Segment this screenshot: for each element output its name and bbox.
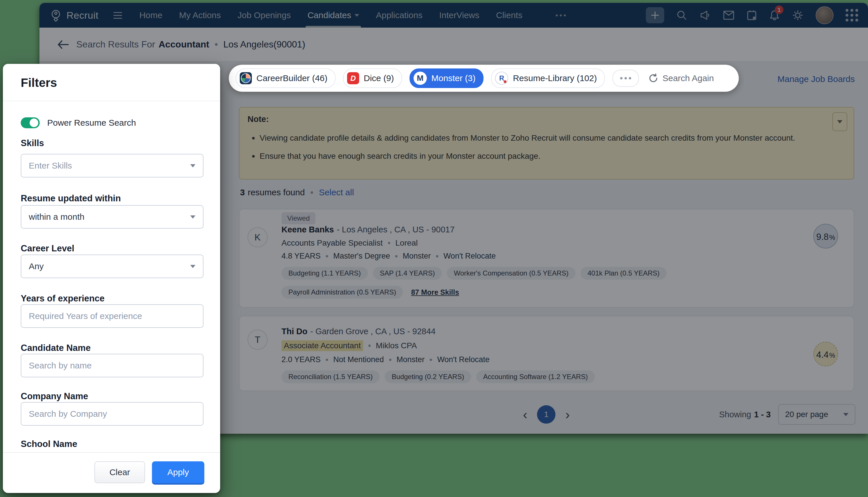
caret-down-icon xyxy=(190,215,195,218)
company-name-label: Company Name xyxy=(21,391,88,401)
clear-button[interactable]: Clear xyxy=(94,462,145,483)
screen: Recruit Home My Actions Job Openings Can… xyxy=(0,0,868,497)
careerbuilder-logo-icon xyxy=(240,72,252,84)
divider xyxy=(3,452,220,453)
refresh-icon xyxy=(648,73,658,83)
board-tab-dice[interactable]: D Dice (9) xyxy=(343,69,402,88)
monster-logo-icon: M xyxy=(414,72,427,85)
board-tab-careerbuilder[interactable]: CareerBuilder (46) xyxy=(236,69,336,88)
filters-panel: Filters Power Resume Search Skills Enter… xyxy=(3,64,220,493)
job-boards-bar: CareerBuilder (46) D Dice (9) M Monster … xyxy=(229,65,739,92)
more-boards-icon[interactable] xyxy=(613,70,639,87)
career-level-select[interactable]: Any xyxy=(21,255,204,278)
company-name-input[interactable] xyxy=(21,402,204,426)
divider xyxy=(3,101,220,101)
years-experience-input[interactable] xyxy=(21,304,204,328)
candidate-name-label: Candidate Name xyxy=(21,343,90,353)
search-again-button[interactable]: Search Again xyxy=(648,73,714,83)
caret-down-icon xyxy=(190,265,195,268)
resume-updated-label: Resume updated within xyxy=(21,193,121,204)
skills-select[interactable]: Enter Skills xyxy=(21,154,204,178)
career-level-label: Career Level xyxy=(21,243,74,254)
skills-label: Skills xyxy=(21,138,44,148)
years-experience-label: Years of experience xyxy=(21,293,104,304)
resume-library-logo-icon: R xyxy=(495,72,508,85)
school-name-label: School Name xyxy=(21,439,77,449)
dice-logo-icon: D xyxy=(347,72,359,84)
power-resume-search-row: Power Resume Search xyxy=(21,117,136,128)
caret-down-icon xyxy=(190,164,195,167)
board-tab-resume-library[interactable]: R Resume-Library (102) xyxy=(491,69,605,88)
toggle-label: Power Resume Search xyxy=(47,118,136,128)
candidate-name-input[interactable] xyxy=(21,354,204,377)
apply-button[interactable]: Apply xyxy=(152,462,204,483)
power-resume-search-toggle[interactable] xyxy=(21,117,40,128)
board-tab-monster[interactable]: M Monster (3) xyxy=(409,69,484,88)
resume-updated-select[interactable]: within a month xyxy=(21,205,204,229)
filters-title: Filters xyxy=(21,76,57,90)
